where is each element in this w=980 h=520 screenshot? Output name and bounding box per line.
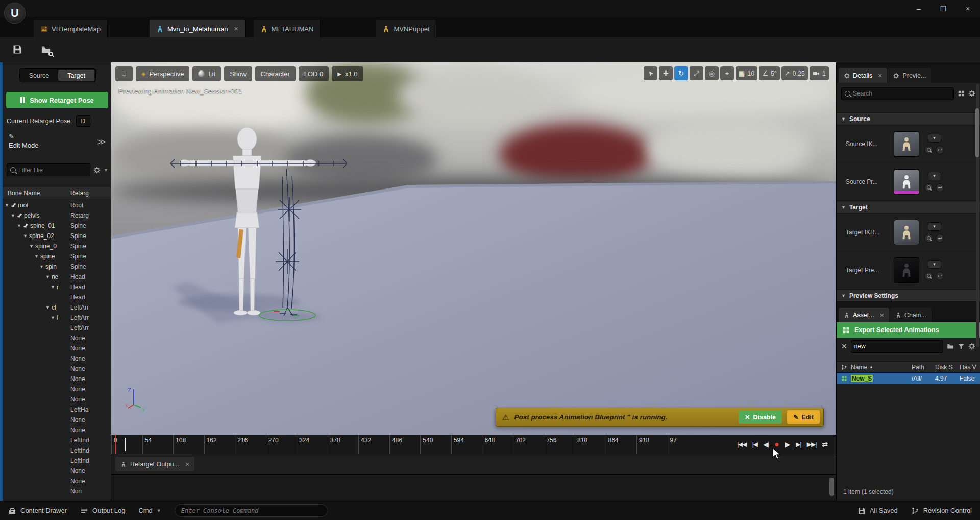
expander-icon[interactable]: ▼ bbox=[29, 241, 34, 251]
section-source[interactable]: ▼ Source bbox=[837, 112, 980, 125]
retarget-output-tab[interactable]: Retarget Outpu... × bbox=[115, 457, 194, 471]
asset-dropdown-chevron[interactable]: ▼ bbox=[928, 260, 941, 269]
asset-dropdown-chevron[interactable]: ▼ bbox=[928, 134, 941, 143]
revision-control-button[interactable]: Revision Control bbox=[911, 507, 972, 515]
asset-dropdown-chevron[interactable]: ▼ bbox=[928, 172, 941, 180]
select-tool-button[interactable]: ➤ bbox=[644, 66, 657, 80]
clear-search-icon[interactable]: ✕ bbox=[841, 342, 847, 350]
menu-item[interactable] bbox=[77, 0, 88, 17]
bone-tree-row[interactable]: ▼ None bbox=[3, 333, 111, 343]
surface-snap-button[interactable]: ⌖ bbox=[720, 66, 734, 80]
character-button[interactable]: Character bbox=[255, 66, 296, 81]
timeline-tick[interactable]: 162 bbox=[204, 435, 235, 454]
use-selected-icon[interactable]: ↩ bbox=[936, 183, 944, 192]
gear-icon[interactable] bbox=[93, 167, 101, 174]
bone-tree-row[interactable]: ▼ None bbox=[3, 476, 111, 486]
minimize-button[interactable]: – bbox=[906, 0, 931, 17]
show-retarget-pose-button[interactable]: Show Retarget Pose bbox=[6, 92, 108, 108]
bone-tree-row[interactable]: ▼ None bbox=[3, 353, 111, 364]
save-search-icon[interactable] bbox=[947, 343, 954, 350]
source-toggle-button[interactable]: Source bbox=[21, 70, 57, 81]
timeline-tick[interactable]: 378 bbox=[328, 435, 359, 454]
tab-asset-browser[interactable]: Asset... × bbox=[839, 308, 889, 322]
bone-tree-row[interactable]: ▼ None bbox=[3, 374, 111, 384]
output-log-button[interactable]: Output Log bbox=[80, 507, 125, 515]
expander-icon[interactable]: ▼ bbox=[11, 210, 15, 221]
jump-to-end-button[interactable]: ▶▶| bbox=[807, 441, 817, 448]
play-reverse-button[interactable]: ◀ bbox=[763, 440, 769, 448]
document-tab[interactable]: VRTemplateMap × bbox=[34, 20, 108, 37]
show-button[interactable]: Show bbox=[224, 66, 252, 81]
playback-speed-button[interactable]: ▶x1.0 bbox=[332, 66, 363, 81]
bone-tree-row[interactable]: ▼ i LeftArr bbox=[3, 313, 111, 323]
hierarchy-filter-input[interactable] bbox=[18, 167, 87, 174]
bone-name-column-header[interactable]: Bone Name bbox=[8, 190, 40, 197]
current-pose-dropdown[interactable]: D bbox=[76, 115, 91, 127]
expander-icon[interactable]: ▼ bbox=[34, 251, 39, 262]
step-forward-button[interactable]: ▶| bbox=[796, 441, 801, 448]
disable-button[interactable]: ✕Disable bbox=[739, 410, 782, 424]
tab-preview[interactable]: Previe... bbox=[888, 68, 931, 83]
use-selected-icon[interactable]: ↩ bbox=[936, 272, 944, 280]
timeline-tick[interactable]: 594 bbox=[451, 435, 482, 454]
column-has-virtual[interactable]: Has V bbox=[960, 364, 980, 371]
jump-to-start-button[interactable]: |◀◀ bbox=[737, 441, 747, 448]
bone-tree-row[interactable]: ▼ Non bbox=[3, 486, 111, 497]
bone-tree-row[interactable]: ▼ r Head bbox=[3, 282, 111, 292]
expander-icon[interactable]: ▼ bbox=[5, 200, 9, 210]
asset-search-input[interactable] bbox=[854, 343, 940, 350]
target-toggle-button[interactable]: Target bbox=[58, 70, 94, 81]
asset-thumbnail[interactable] bbox=[894, 257, 919, 283]
bone-tree-row[interactable]: ▼ ne Head bbox=[3, 272, 111, 282]
use-selected-icon[interactable]: ↩ bbox=[936, 146, 944, 154]
all-saved-indicator[interactable]: All Saved bbox=[857, 507, 898, 515]
timeline-tick[interactable]: 108 bbox=[173, 435, 204, 454]
bone-tree-row[interactable]: ▼ None bbox=[3, 415, 111, 425]
tab-close-icon[interactable]: × bbox=[185, 460, 189, 468]
asset-table-row-selected[interactable]: New_S /All/ 4.97 False bbox=[837, 373, 980, 384]
timeline-tick[interactable]: 918 bbox=[636, 435, 668, 454]
timeline-tick[interactable]: 486 bbox=[389, 435, 421, 454]
expander-icon[interactable]: ▼ bbox=[51, 282, 55, 292]
console-command-input[interactable] bbox=[181, 507, 321, 514]
bone-tree-row[interactable]: ▼ LeftArr bbox=[3, 323, 111, 333]
menu-item[interactable] bbox=[43, 0, 54, 17]
asset-thumbnail[interactable] bbox=[894, 131, 919, 157]
expand-panel-icon[interactable]: ≫ bbox=[97, 137, 106, 147]
lit-button[interactable]: Lit bbox=[192, 66, 221, 81]
expander-icon[interactable]: ▼ bbox=[51, 313, 55, 323]
browse-to-asset-icon[interactable] bbox=[924, 146, 933, 154]
timeline-tick[interactable]: 864 bbox=[606, 435, 637, 454]
gear-icon[interactable] bbox=[968, 90, 975, 97]
scale-tool-button[interactable]: ⤢ bbox=[690, 66, 703, 80]
chevron-down-icon[interactable]: ▼ bbox=[104, 168, 108, 173]
section-preview-settings[interactable]: ▼ Preview Settings bbox=[837, 289, 980, 302]
bone-tree-row[interactable]: ▼ None bbox=[3, 425, 111, 435]
scale-snap-button[interactable]: ↗0.25 bbox=[781, 66, 808, 80]
browse-to-asset-icon[interactable] bbox=[924, 272, 933, 280]
bone-tree-row[interactable]: ▼ None bbox=[3, 343, 111, 353]
tab-close-icon[interactable]: × bbox=[880, 311, 884, 319]
tab-close-icon[interactable]: × bbox=[878, 72, 882, 80]
viewport-menu-button[interactable]: ≡ bbox=[115, 66, 133, 81]
timeline-tick[interactable]: 648 bbox=[482, 435, 513, 454]
expander-icon[interactable]: ▼ bbox=[45, 302, 50, 313]
timeline-tick[interactable]: 54 bbox=[142, 435, 174, 454]
timeline-playhead[interactable] bbox=[115, 435, 116, 454]
bone-tree-row[interactable]: ▼ LeftInd bbox=[3, 435, 111, 445]
timeline-track[interactable]: 0541081622162703243784324865405946487027… bbox=[111, 435, 698, 454]
timeline-tick[interactable]: 810 bbox=[575, 435, 606, 454]
timeline-tick[interactable]: 324 bbox=[297, 435, 328, 454]
expander-icon[interactable]: ▼ bbox=[23, 231, 28, 241]
menu-item[interactable] bbox=[65, 0, 77, 17]
bone-tree-row[interactable]: ▼ Head bbox=[3, 292, 111, 302]
bone-tree-row[interactable]: ▼ root Root bbox=[3, 200, 111, 210]
world-local-toggle-button[interactable]: ◎ bbox=[705, 66, 719, 80]
bone-tree-row[interactable]: ▼ LeftInd bbox=[3, 445, 111, 456]
dock-scrollbar[interactable] bbox=[829, 478, 834, 496]
play-button[interactable]: ▶ bbox=[785, 440, 791, 448]
bone-tree-row[interactable]: ▼ pelvis Retarg bbox=[3, 210, 111, 221]
browse-to-asset-icon[interactable] bbox=[924, 183, 933, 192]
asset-dropdown-chevron[interactable]: ▼ bbox=[928, 222, 941, 231]
cmd-dropdown[interactable]: Cmd ▼ bbox=[138, 507, 161, 514]
